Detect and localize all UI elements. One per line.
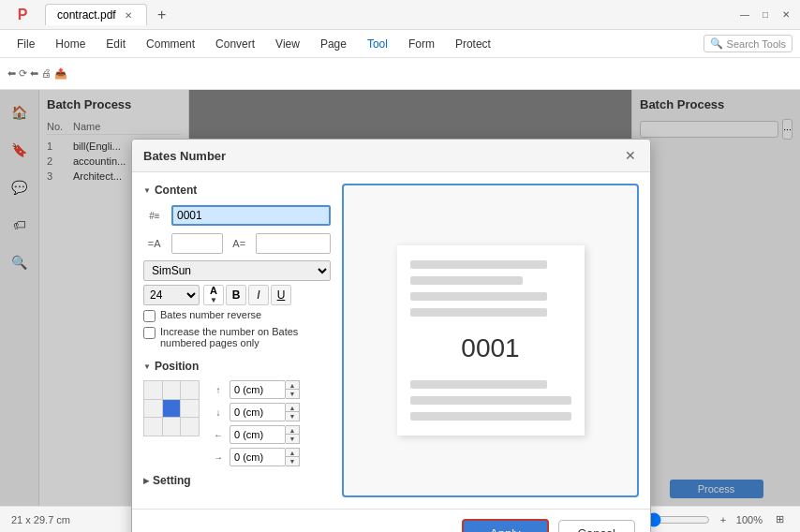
content-section-header[interactable]: ▼ Content — [143, 184, 331, 197]
number-row: #≡ — [143, 204, 331, 227]
margin-bottom-input[interactable] — [230, 403, 286, 421]
tab-close-icon[interactable]: ✕ — [122, 8, 135, 22]
margin-left-down[interactable]: ▼ — [286, 435, 299, 443]
menu-file[interactable]: File — [7, 34, 44, 54]
position-collapse-icon: ▼ — [143, 362, 151, 371]
fit-page-button[interactable]: ⊞ — [770, 510, 789, 529]
dialog-body: ▼ Content #≡ =A A= — [132, 172, 650, 509]
increase-checkbox-row: Increase the number on Bates numbered pa… — [143, 326, 331, 348]
italic-button[interactable]: I — [248, 285, 269, 305]
grid-cell-br[interactable] — [181, 418, 199, 436]
margin-top-stepper: ▲ ▼ — [286, 380, 300, 399]
menu-bar: File Home Edit Comment Convert View Page… — [0, 30, 800, 58]
reverse-label: Bates number reverse — [160, 309, 261, 320]
position-section: ▼ Position — [143, 360, 331, 466]
margin-bottom-icon: ↓ — [211, 405, 226, 420]
margin-inputs: ↑ ▲ ▼ — [211, 380, 300, 466]
dialog-footer: Apply Cancel — [132, 509, 650, 532]
maximize-icon[interactable]: □ — [759, 8, 772, 22]
grid-cell-tc[interactable] — [163, 381, 181, 399]
font-color-button[interactable]: A ▼ — [203, 285, 224, 305]
font-select[interactable]: SimSun — [143, 260, 331, 281]
apply-button[interactable]: Apply — [462, 519, 549, 532]
margin-top-row: ↑ ▲ ▼ — [211, 380, 300, 399]
modal-overlay: Bates Number ✕ ▼ Content #≡ — [0, 90, 800, 506]
margin-right-up[interactable]: ▲ — [286, 449, 299, 457]
grid-cell-tr[interactable] — [181, 381, 199, 399]
font-size-select[interactable]: 24 — [143, 285, 200, 305]
margin-right-down[interactable]: ▼ — [286, 457, 299, 466]
margin-top-up[interactable]: ▲ — [286, 381, 299, 390]
format-buttons: A ▼ B I U — [203, 285, 291, 305]
dimensions-label: 21 x 29.7 cm — [11, 514, 70, 525]
bold-button[interactable]: B — [226, 285, 246, 305]
dialog-close-icon[interactable]: ✕ — [622, 147, 639, 164]
document-tab[interactable]: contract.pdf ✕ — [45, 4, 147, 25]
margin-right-input[interactable] — [230, 448, 286, 466]
margin-left-input[interactable] — [230, 425, 286, 444]
menu-convert[interactable]: Convert — [206, 34, 264, 54]
zoom-in-button[interactable]: + — [714, 510, 733, 529]
close-icon[interactable]: ✕ — [779, 8, 793, 22]
suffix-input[interactable] — [256, 233, 331, 254]
toolbar-filler: ⬅ ⟳ ⬅ 🖨 📤 — [7, 67, 67, 80]
bates-number-input[interactable] — [171, 205, 331, 226]
setting-section-header[interactable]: ▶ Setting — [143, 474, 331, 487]
margin-left-wrap: ▲ ▼ — [230, 425, 300, 444]
increase-checkbox[interactable] — [143, 327, 156, 339]
preview-line-3 — [410, 292, 547, 301]
cancel-button[interactable]: Cancel — [558, 520, 635, 532]
margin-bottom-wrap: ▲ ▼ — [230, 403, 300, 421]
prefix-input[interactable] — [171, 233, 223, 254]
position-label: Position — [155, 360, 199, 373]
position-section-header[interactable]: ▼ Position — [143, 360, 331, 373]
grid-cell-mc[interactable] — [163, 400, 181, 418]
margin-left-icon: ← — [211, 427, 226, 442]
menu-edit[interactable]: Edit — [96, 34, 135, 54]
dialog-preview: 0001 — [342, 184, 639, 497]
margin-top-input[interactable] — [230, 380, 286, 399]
search-tools[interactable]: 🔍 Search Tools — [704, 35, 793, 52]
grid-cell-tl[interactable] — [144, 381, 162, 399]
margin-top-down[interactable]: ▼ — [286, 390, 299, 398]
increase-label: Increase the number on Bates numbered pa… — [160, 326, 331, 348]
preview-number: 0001 — [410, 333, 571, 363]
margin-left-stepper: ▲ ▼ — [286, 425, 300, 444]
grid-cell-bl[interactable] — [144, 418, 162, 436]
underline-button[interactable]: U — [271, 285, 291, 305]
dialog-title: Bates Number — [143, 149, 226, 163]
prefix-suffix-row: =A A= — [143, 232, 331, 255]
search-label: Search Tools — [727, 38, 786, 50]
setting-section: ▶ Setting — [143, 474, 331, 487]
menu-home[interactable]: Home — [46, 34, 95, 54]
grid-cell-bc[interactable] — [163, 418, 181, 436]
menu-view[interactable]: View — [266, 34, 309, 54]
margin-top-wrap: ▲ ▼ — [230, 380, 300, 399]
preview-line-1 — [410, 260, 547, 269]
margin-left-row: ← ▲ ▼ — [211, 425, 300, 444]
menu-form[interactable]: Form — [399, 34, 444, 54]
margin-left-up[interactable]: ▲ — [286, 426, 299, 435]
new-tab-button[interactable]: + — [151, 4, 173, 26]
minimize-icon[interactable]: — — [738, 8, 751, 22]
toolbar: ⬅ ⟳ ⬅ 🖨 📤 — [0, 58, 800, 90]
content-label: Content — [155, 184, 197, 197]
preview-line-5 — [410, 380, 547, 389]
grid-cell-mr[interactable] — [181, 400, 199, 418]
position-grid — [143, 380, 200, 436]
zoom-label: 100% — [736, 514, 763, 525]
grid-cell-ml[interactable] — [144, 400, 162, 418]
setting-collapse-icon: ▶ — [143, 477, 149, 485]
margin-bottom-down[interactable]: ▼ — [286, 412, 299, 421]
menu-protect[interactable]: Protect — [446, 34, 500, 54]
menu-comment[interactable]: Comment — [137, 34, 204, 54]
margin-bottom-row: ↓ ▲ ▼ — [211, 403, 300, 421]
margin-bottom-up[interactable]: ▲ — [286, 404, 299, 412]
reverse-checkbox[interactable] — [143, 310, 156, 322]
margin-top-icon: ↑ — [211, 382, 226, 397]
margin-right-row: → ▲ ▼ — [211, 448, 300, 466]
menu-page[interactable]: Page — [311, 34, 356, 54]
menu-tool[interactable]: Tool — [358, 34, 397, 54]
prefix-icon: =A — [143, 232, 166, 255]
margin-right-stepper: ▲ ▼ — [286, 448, 300, 466]
